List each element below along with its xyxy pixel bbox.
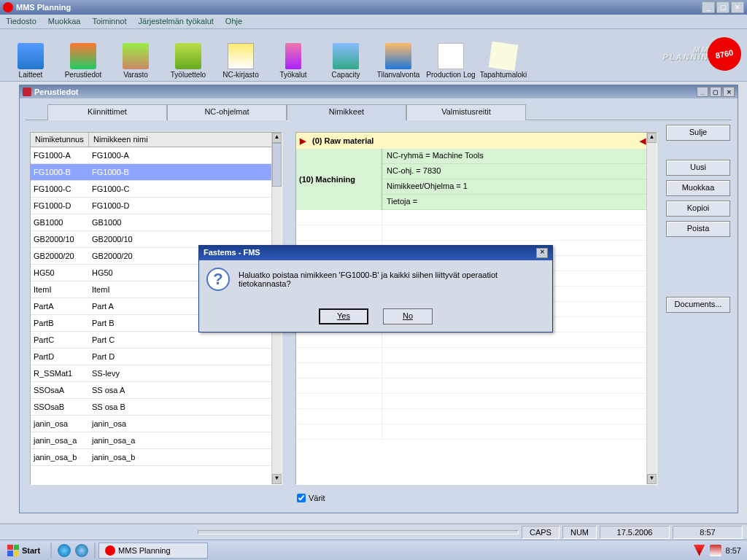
tool-laitteet[interactable]: Laitteet bbox=[4, 32, 57, 79]
tools-icon bbox=[285, 43, 301, 69]
uusi-button[interactable]: Uusi bbox=[666, 160, 730, 176]
route-step-machining[interactable]: (10) Machining NC-ryhmä = Machine Tools … bbox=[296, 149, 657, 210]
dialog-title: Fastems - FMS bbox=[204, 248, 260, 258]
route-detail: NC-ohj. = 7830 bbox=[382, 164, 657, 179]
child-maximize-button[interactable]: ▢ bbox=[710, 87, 721, 97]
yes-button[interactable]: Yes bbox=[319, 308, 368, 324]
table-row[interactable]: FG1000-CFG1000-C bbox=[31, 181, 271, 198]
dialog-titlebar: Fastems - FMS ✕ bbox=[199, 246, 552, 260]
table-row[interactable]: GB1000GB1000 bbox=[31, 214, 271, 231]
table-row[interactable]: FG1000-AFG1000-A bbox=[31, 147, 271, 164]
minimize-button[interactable]: _ bbox=[702, 1, 715, 13]
storage-icon bbox=[123, 43, 149, 69]
app-statusbar: CAPS NUM 17.5.2006 8:57 bbox=[0, 524, 747, 540]
tab-kiinnittimet[interactable]: Kiinnittimet bbox=[47, 104, 167, 120]
tray-shield-icon[interactable] bbox=[694, 545, 705, 556]
tab-valmistusreitit[interactable]: Valmistusreitit bbox=[406, 104, 526, 120]
table-row[interactable]: FG1000-BFG1000-B bbox=[31, 164, 271, 181]
status-time: 8:57 bbox=[673, 526, 743, 539]
col-nimikkeen-nimi[interactable]: Nimikkeen nimi bbox=[89, 133, 282, 147]
route-detail: Tietoja = bbox=[382, 195, 657, 210]
worklist-icon bbox=[175, 43, 201, 69]
table-row[interactable]: PartDPart D bbox=[31, 349, 271, 365]
muokkaa-button[interactable]: Muokkaa bbox=[666, 180, 730, 196]
main-toolbar: Laitteet Perustiedot Varasto Työluettelo… bbox=[0, 29, 747, 82]
route-prev-icon[interactable]: ▶ bbox=[296, 136, 309, 146]
nclib-icon bbox=[228, 43, 254, 69]
route-step-raw[interactable]: ▶ (0) Raw material ◀ bbox=[296, 133, 657, 149]
tab-nimikkeet[interactable]: Nimikkeet bbox=[287, 104, 406, 120]
sulje-button[interactable]: Sulje bbox=[666, 125, 730, 141]
tool-varasto[interactable]: Varasto bbox=[109, 32, 162, 79]
child-title-text: Perustiedot bbox=[34, 88, 697, 96]
question-icon: ? bbox=[206, 268, 230, 291]
child-tabs: Kiinnittimet NC-ohjelmat Nimikkeet Valmi… bbox=[47, 104, 732, 120]
no-button[interactable]: No bbox=[383, 308, 433, 324]
status-icon bbox=[385, 43, 411, 69]
tab-nc-ohjelmat[interactable]: NC-ohjelmat bbox=[167, 104, 287, 120]
status-date: 17.5.2006 bbox=[600, 526, 670, 539]
tool-tyoluettelo[interactable]: Työluettelo bbox=[162, 32, 214, 79]
tray-app-icon[interactable] bbox=[710, 545, 721, 556]
tool-tilanvalvonta[interactable]: Tilanvalvonta bbox=[372, 32, 425, 79]
tool-tyokalut[interactable]: Työkalut bbox=[267, 32, 320, 79]
windows-logo-icon bbox=[7, 545, 19, 556]
scroll-up-icon[interactable]: ▲ bbox=[647, 133, 657, 143]
items-table-header: Nimiketunnus Nimikkeen nimi bbox=[31, 133, 282, 147]
menu-muokkaa[interactable]: Muokkaa bbox=[42, 15, 87, 28]
menu-ohje[interactable]: Ohje bbox=[220, 15, 248, 28]
ie-icon[interactable] bbox=[58, 544, 71, 557]
close-button[interactable]: ✕ bbox=[731, 1, 744, 13]
kopioi-button[interactable]: Kopioi bbox=[666, 201, 730, 217]
child-window-icon bbox=[23, 88, 31, 96]
basicdata-icon bbox=[70, 43, 96, 69]
app-icon bbox=[3, 2, 13, 12]
start-button[interactable]: Start bbox=[0, 543, 47, 558]
taskbar: Start MMS Planning 8:57 bbox=[0, 540, 747, 560]
dialog-close-button[interactable]: ✕ bbox=[536, 248, 548, 258]
menu-tiedosto[interactable]: Tiedosto bbox=[0, 15, 42, 28]
route-detail: NC-ryhmä = Machine Tools bbox=[382, 149, 657, 164]
system-tray: 8:57 bbox=[694, 545, 747, 556]
child-titlebar: Perustiedot _ ▢ ✕ bbox=[20, 85, 738, 98]
menubar: Tiedosto Muokkaa Toiminnot Järjestelmän … bbox=[0, 15, 747, 29]
varit-checkbox-row: Värit bbox=[297, 494, 325, 502]
devices-icon bbox=[18, 43, 44, 69]
tool-perustiedot[interactable]: Perustiedot bbox=[57, 32, 109, 79]
route-scrollbar[interactable]: ▲ ▼ bbox=[646, 133, 657, 484]
browser-icon[interactable] bbox=[75, 544, 88, 557]
status-caps: CAPS bbox=[522, 526, 560, 539]
menu-jarjestelman-tyokalut[interactable]: Järjestelmän työkalut bbox=[133, 15, 220, 28]
status-num: NUM bbox=[562, 526, 597, 539]
tool-nc-kirjasto[interactable]: NC-kirjasto bbox=[214, 32, 267, 79]
poista-button[interactable]: Poista bbox=[666, 221, 730, 237]
capacity-icon bbox=[333, 43, 359, 69]
documents-button[interactable]: Documents... bbox=[666, 297, 730, 313]
scroll-down-icon[interactable]: ▼ bbox=[647, 474, 657, 484]
maximize-button[interactable]: ▢ bbox=[716, 1, 729, 13]
route-detail: Nimikkeet/Ohjelma = 1 bbox=[382, 179, 657, 195]
child-close-button[interactable]: ✕ bbox=[723, 87, 735, 97]
col-nimiketunnus[interactable]: Nimiketunnus bbox=[31, 133, 89, 147]
confirm-delete-dialog: Fastems - FMS ✕ ? Haluatko poistaa nimik… bbox=[198, 245, 553, 332]
taskbar-item-mms[interactable]: MMS Planning bbox=[98, 542, 208, 559]
scroll-up-icon[interactable]: ▲ bbox=[272, 133, 282, 143]
tool-capacity[interactable]: Capacity bbox=[320, 32, 372, 79]
tool-tapahtumaloki[interactable]: Tapahtumaloki bbox=[477, 32, 530, 79]
scroll-down-icon[interactable]: ▼ bbox=[272, 474, 282, 484]
table-row[interactable]: R_SSMat1SS-levy bbox=[31, 365, 271, 382]
varit-checkbox[interactable] bbox=[297, 494, 306, 502]
table-row[interactable]: FG1000-DFG1000-D bbox=[31, 198, 271, 214]
child-minimize-button[interactable]: _ bbox=[697, 87, 708, 97]
app-small-icon bbox=[105, 545, 115, 556]
scroll-thumb[interactable] bbox=[272, 143, 282, 187]
table-row[interactable]: janin_osajanin_osa bbox=[31, 416, 271, 432]
tool-production-log[interactable]: Production Log bbox=[425, 32, 477, 79]
tray-clock: 8:57 bbox=[726, 546, 741, 555]
table-row[interactable]: SSOsaBSS osa B bbox=[31, 399, 271, 416]
menu-toiminnot[interactable]: Toiminnot bbox=[86, 15, 132, 28]
table-row[interactable]: SSOsaASS osa A bbox=[31, 382, 271, 399]
table-row[interactable]: PartCPart C bbox=[31, 332, 271, 349]
table-row[interactable]: janin_osa_bjanin_osa_b bbox=[31, 449, 271, 466]
table-row[interactable]: janin_osa_ajanin_osa_a bbox=[31, 432, 271, 449]
